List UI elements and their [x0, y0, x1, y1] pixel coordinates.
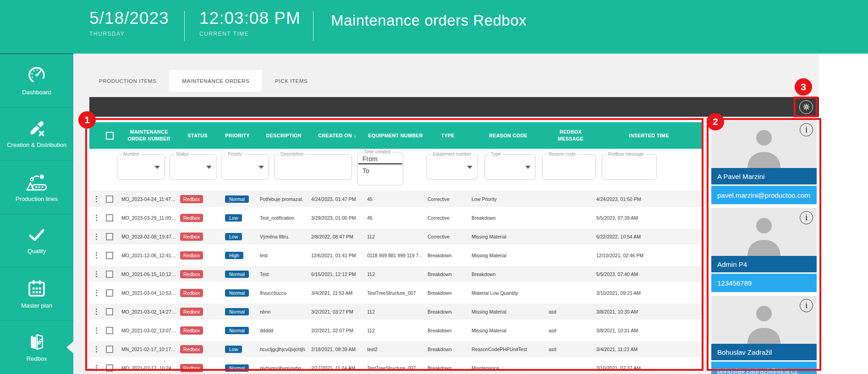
cell-created-on: 4/24/2023, 01:47 PM [309, 196, 365, 202]
sidebar-item-label: Creation & Distribution [5, 142, 68, 149]
row-checkbox[interactable] [106, 252, 113, 259]
cell-order-number: MN_2021-02-17_10:17:39 [120, 347, 178, 352]
table-row[interactable]: MO_2021-03-02_13:07:25 Redbox Normal ddd… [89, 322, 703, 338]
row-checkbox[interactable] [106, 346, 113, 353]
col-header-priority[interactable]: PRIORITY [217, 132, 258, 139]
cell-order-number: MO_2021-12-06_12:41:13 [120, 253, 178, 258]
user-card[interactable]: i Bohuslav Zadražil bohuslav.zadrazil@it… [711, 296, 817, 374]
row-menu-kebab-icon[interactable] [89, 365, 103, 371]
table-row[interactable]: MO_2021-06-15_10:12:27 Redbox Normal Tes… [89, 266, 703, 282]
time-block: 12:03:08 PM CURRENT TIME [199, 9, 301, 37]
sidebar-item-master-plan[interactable]: Master plan [0, 267, 73, 321]
filter-type-select[interactable]: Type [484, 154, 536, 180]
cell-inserted-time: 3/10/2021, 07:37 AM [594, 365, 703, 371]
filter-status-select[interactable]: Status [170, 154, 217, 180]
filter-description-input[interactable]: Description [274, 154, 352, 180]
cell-created-on: 3/2/2021, 03:27 PM [309, 309, 365, 314]
table-row[interactable]: MO_2021-03-04_10:53:01 Redbox Normal lhv… [89, 285, 703, 301]
row-menu-kebab-icon[interactable] [89, 346, 103, 352]
cell-reason-code: Material Low Quantity [470, 290, 547, 296]
col-header-inserted[interactable]: INSERTED TIME [594, 132, 703, 139]
sidebar-item-production-lines[interactable]: Production lines [0, 161, 73, 214]
table-row[interactable]: MN_2021-02-17_10:17:39 Redbox Low hcuclj… [89, 341, 703, 357]
priority-badge: High [225, 252, 243, 259]
user-card[interactable]: i A Pavel Marzini pavel.marzini@producto… [711, 120, 817, 204]
chevron-down-icon [154, 166, 160, 169]
sidebar-item-creation-distribution[interactable]: Creation & Distribution [0, 108, 73, 161]
col-header-created-on[interactable]: CREATED ON↓ [309, 131, 365, 140]
filter-reason-input[interactable]: Reason code [542, 154, 596, 180]
row-checkbox[interactable] [106, 271, 113, 278]
filter-time-created[interactable]: Time created From To [357, 152, 403, 185]
filter-to-input[interactable]: To [358, 164, 403, 175]
status-badge: Redbox [180, 233, 203, 241]
row-menu-kebab-icon[interactable] [89, 309, 103, 315]
calendar-icon [27, 278, 47, 298]
maintenance-orders-table: MAINTENANCE ORDER NUMBER STATUS PRIORITY… [89, 118, 703, 372]
table-row[interactable]: MO_2023-04-24_11:47:46 Redbox Normal Pot… [89, 191, 703, 207]
table-row[interactable]: MO_2021-02-17_10:24:55 Redbox Normal piv… [89, 360, 703, 374]
sidebar-item-dashboard[interactable]: Dashboard [0, 54, 73, 108]
row-menu-kebab-icon[interactable] [89, 327, 103, 334]
col-header-number[interactable]: MAINTENANCE ORDER NUMBER [120, 129, 178, 142]
table-row[interactable]: MO_2021-12-06_12:41:13 Redbox High test … [89, 247, 703, 263]
cell-order-number: MO_2021-03-02_14:27:55 [120, 309, 178, 314]
tab-production-items[interactable]: PRODUCTION ITEMS [86, 70, 169, 92]
avatar: i [711, 296, 817, 344]
row-checkbox[interactable] [106, 195, 113, 203]
row-checkbox[interactable] [106, 364, 113, 372]
col-header-type[interactable]: TYPE [426, 132, 470, 139]
annotation-marker-3: 3 [795, 78, 812, 96]
cell-order-number: MO_2021-02-17_10:24:55 [120, 365, 178, 371]
current-day: THURSDAY [89, 31, 169, 37]
row-checkbox[interactable] [106, 214, 113, 222]
table-row[interactable]: MO_2022-02-08_19:47:... Redbox Low Výměn… [89, 228, 703, 244]
cell-created-on: 6/15/2021, 12:12 PM [309, 271, 365, 277]
col-header-reason[interactable]: REASON CODE [470, 132, 547, 139]
table-row[interactable]: MO_2021-03-02_14:27:55 Redbox Normal nbn… [89, 304, 703, 320]
info-icon[interactable]: i [800, 123, 813, 136]
row-menu-kebab-icon[interactable] [89, 290, 103, 296]
sidebar-item-redbox[interactable]: Redbox [0, 321, 73, 374]
sidebar-item-quality[interactable]: Quality [0, 214, 73, 268]
status-badge: Redbox [180, 345, 203, 353]
col-header-status[interactable]: STATUS [178, 132, 217, 139]
settings-button[interactable] [799, 100, 813, 114]
row-menu-kebab-icon[interactable] [89, 233, 103, 240]
col-header-message[interactable]: REDBOX MESSAGE [547, 129, 594, 142]
sort-desc-icon[interactable]: ↓ [353, 132, 357, 139]
date-block: 5/18/2023 THURSDAY [89, 9, 169, 37]
cell-order-number: MO_2021-03-02_13:07:25 [120, 328, 178, 333]
row-checkbox[interactable] [106, 327, 113, 334]
col-header-description[interactable]: DESCRIPTION [258, 132, 309, 139]
user-card[interactable]: i Admin P4 123456789 [711, 208, 817, 292]
filter-equipment-select[interactable]: Equipment number [426, 154, 478, 180]
row-checkbox[interactable] [106, 289, 113, 297]
row-checkbox[interactable] [106, 308, 113, 315]
info-icon[interactable]: i [800, 211, 813, 224]
app-header: 5/18/2023 THURSDAY 12:03:08 PM CURRENT T… [0, 0, 868, 54]
status-badge: Redbox [180, 195, 203, 203]
col-header-equipment[interactable]: EQUIPMENT NUMBER [365, 132, 426, 139]
row-menu-kebab-icon[interactable] [89, 252, 103, 259]
status-badge: Redbox [180, 364, 203, 372]
row-menu-kebab-icon[interactable] [89, 215, 103, 221]
row-checkbox[interactable] [106, 233, 113, 240]
filter-priority-select[interactable]: Priority [221, 154, 269, 180]
row-menu-kebab-icon[interactable] [89, 196, 103, 202]
cell-equipment-number: 0118 999 881 999 119 7... [365, 253, 426, 258]
user-contact: pavel.marzini@productoo.com [711, 186, 817, 204]
tab-maintenance-orders[interactable]: MAINTENANCE ORDERS [169, 70, 262, 92]
table-row[interactable]: MO_2023-03-29_11:00:... Redbox Low Test_… [89, 210, 703, 226]
user-name: A Pavel Marzini [711, 168, 817, 184]
cell-description: Potřebuje promazat. [258, 196, 309, 202]
filter-message-input[interactable]: Redbox message [602, 154, 657, 180]
select-all-checkbox[interactable] [106, 132, 114, 140]
info-icon[interactable]: i [800, 299, 813, 312]
filter-number-select[interactable]: Number [117, 154, 165, 180]
cell-description: pivbvqoújbvqúovbqúov... [258, 365, 309, 371]
person-silhouette-icon [740, 302, 788, 344]
status-badge: Redbox [180, 270, 203, 278]
tab-pick-items[interactable]: PICK ITEMS [262, 70, 320, 92]
row-menu-kebab-icon[interactable] [89, 271, 103, 277]
